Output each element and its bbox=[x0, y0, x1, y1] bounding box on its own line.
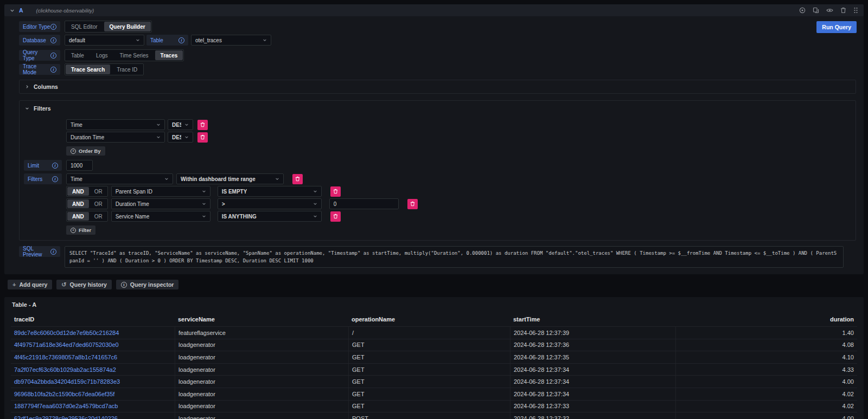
column-header-duration[interactable]: duration bbox=[675, 316, 857, 323]
info-icon[interactable] bbox=[52, 176, 58, 182]
chevron-down-icon bbox=[275, 177, 279, 181]
duration-cell: 4.00 bbox=[675, 376, 857, 388]
add-order-by-button[interactable]: Order By bbox=[66, 146, 105, 156]
remove-order-by-trash-icon[interactable] bbox=[197, 120, 208, 130]
table-row: 96968b10fa2b2c1590bc67dea06ef35f loadgen… bbox=[11, 388, 857, 400]
start-time-cell: 2024-06-28 12:37:34 bbox=[510, 376, 675, 388]
filter-field-select[interactable]: Duration Time bbox=[111, 198, 210, 209]
filters-section-header[interactable]: Filters bbox=[24, 101, 851, 116]
trace-id-link[interactable]: db9704a2bbda34204d159c71b78283e3 bbox=[14, 378, 120, 385]
table-panel: Table - A traceID serviceName operationN… bbox=[4, 297, 864, 419]
remove-order-by-trash-icon[interactable] bbox=[197, 132, 208, 143]
collapse-chevron-icon[interactable] bbox=[10, 8, 15, 13]
query-row-header[interactable]: A (clickhouse-observability) bbox=[4, 4, 864, 16]
tab-table[interactable]: Table bbox=[65, 50, 90, 61]
tab-query-builder[interactable]: Query Builder bbox=[104, 22, 151, 31]
query-editor-panel: A (clickhouse-observability) Run Query E bbox=[4, 4, 864, 274]
column-header-traceid[interactable]: traceID bbox=[11, 316, 175, 323]
tab-trace-search[interactable]: Trace Search bbox=[66, 65, 110, 74]
trace-id-link[interactable]: 62df1ec9a29728c9e29536c20d140226 bbox=[14, 415, 118, 419]
chevron-down-icon bbox=[136, 38, 140, 42]
filter-operator-select[interactable]: > bbox=[218, 198, 322, 209]
remove-filter-trash-icon[interactable] bbox=[407, 199, 418, 209]
service-name-cell: loadgenerator bbox=[175, 412, 348, 419]
remove-filter-trash-icon[interactable] bbox=[330, 186, 341, 197]
info-icon[interactable] bbox=[50, 37, 56, 43]
trace-id-link[interactable]: 4f45c21918c73698057a8b1c741657c6 bbox=[14, 354, 117, 360]
and-or-toggle: AND OR bbox=[66, 211, 108, 222]
and-option[interactable]: AND bbox=[67, 187, 89, 196]
trace-mode-label: Trace Mode bbox=[19, 64, 60, 75]
drag-handle-icon[interactable] bbox=[853, 7, 858, 14]
query-history-button[interactable]: ↺ Query history bbox=[56, 280, 112, 289]
filter-value-input[interactable] bbox=[329, 198, 399, 209]
order-by-direction-select[interactable]: DESC bbox=[168, 119, 193, 130]
database-select[interactable]: default bbox=[65, 35, 144, 46]
chevron-down-icon bbox=[313, 189, 317, 194]
column-header-operationname[interactable]: operationName bbox=[348, 316, 510, 323]
run-query-button[interactable]: Run Query bbox=[816, 21, 857, 33]
hide-query-eye-icon[interactable] bbox=[826, 7, 833, 14]
trace-mode-row: Trace Mode Trace Search Trace ID bbox=[14, 63, 856, 75]
tab-time-series[interactable]: Time Series bbox=[114, 50, 155, 61]
trace-id-link[interactable]: 96968b10fa2b2c1590bc67dea06ef35f bbox=[14, 391, 114, 397]
query-inspector-button[interactable]: Query inspector bbox=[116, 280, 179, 289]
tab-logs[interactable]: Logs bbox=[90, 50, 114, 61]
info-icon[interactable] bbox=[50, 249, 56, 255]
filter-operator-select[interactable]: IS ANYTHING bbox=[218, 211, 322, 222]
tab-trace-id[interactable]: Trace ID bbox=[111, 64, 143, 75]
query-type-toggle: Table Logs Time Series Traces bbox=[65, 49, 184, 61]
table-row: 1887794f7eaa6037d0e2a4579bcd7acb loadgen… bbox=[11, 400, 857, 412]
remove-filter-trash-icon[interactable] bbox=[330, 211, 341, 222]
or-option[interactable]: OR bbox=[90, 186, 107, 196]
chevron-down-icon bbox=[184, 135, 189, 139]
duration-cell: 4.02 bbox=[675, 401, 857, 412]
time-filter-row: Filters Time Within dashboard time range bbox=[24, 173, 851, 184]
info-icon[interactable] bbox=[50, 53, 56, 59]
order-by-direction-select[interactable]: DESC bbox=[168, 132, 193, 143]
columns-section-header[interactable]: Columns bbox=[24, 80, 851, 93]
tab-traces[interactable]: Traces bbox=[155, 50, 183, 60]
columns-section: Columns bbox=[19, 80, 856, 94]
or-option[interactable]: OR bbox=[90, 211, 107, 221]
add-query-button[interactable]: + Add query bbox=[8, 280, 52, 289]
info-icon[interactable] bbox=[50, 67, 56, 73]
order-by-field-select[interactable]: Duration Time bbox=[66, 132, 165, 143]
chevron-down-icon bbox=[184, 123, 189, 127]
trace-id-link[interactable]: 1887794f7eaa6037d0e2a4579bcd7acb bbox=[14, 403, 118, 409]
circled-plus-icon bbox=[71, 228, 76, 233]
column-header-starttime[interactable]: startTime bbox=[510, 316, 675, 323]
help-icon[interactable] bbox=[799, 7, 806, 14]
filter-field-select[interactable]: Service Name bbox=[111, 211, 210, 222]
remove-time-filter-trash-icon[interactable] bbox=[292, 174, 303, 184]
duplicate-query-icon[interactable] bbox=[813, 7, 819, 14]
start-time-cell: 2024-06-28 12:37:35 bbox=[510, 351, 675, 363]
time-filter-field-select[interactable]: Time bbox=[66, 173, 173, 184]
plus-icon: + bbox=[12, 281, 16, 288]
operation-name-cell: GET bbox=[348, 339, 510, 351]
and-option[interactable]: AND bbox=[67, 212, 89, 221]
time-filter-operator-select[interactable]: Within dashboard time range bbox=[176, 173, 284, 184]
filter-field-select[interactable]: Parent Span ID bbox=[111, 186, 210, 197]
chevron-down-icon bbox=[164, 177, 169, 181]
order-by-field-select[interactable]: Time bbox=[66, 119, 165, 130]
or-option[interactable]: OR bbox=[90, 199, 107, 209]
info-icon[interactable] bbox=[52, 163, 58, 169]
column-header-servicename[interactable]: serviceName bbox=[175, 316, 348, 323]
info-icon[interactable] bbox=[50, 24, 56, 30]
trace-id-link[interactable]: 7a2f07ecf63c60b1029ab2ac155874a2 bbox=[14, 366, 116, 373]
order-by-rows: Time DESC bbox=[24, 119, 851, 143]
trace-id-link[interactable]: 4f497571a618e364ed7ded60752030e0 bbox=[14, 341, 119, 348]
table-select[interactable]: otel_traces bbox=[191, 35, 271, 46]
limit-row: Limit bbox=[24, 160, 851, 171]
add-filter-button[interactable]: Filter bbox=[66, 225, 95, 235]
and-option[interactable]: AND bbox=[67, 199, 89, 208]
info-icon[interactable] bbox=[178, 37, 184, 43]
query-footer-toolbar: + Add query ↺ Query history Query inspec… bbox=[8, 280, 868, 289]
trace-id-link[interactable]: 89dc7e8c6060c0d12de7e9b50c216284 bbox=[14, 330, 119, 336]
filter-operator-select[interactable]: IS EMPTY bbox=[218, 186, 322, 197]
tab-sql-editor[interactable]: SQL Editor bbox=[65, 21, 104, 32]
remove-query-trash-icon[interactable] bbox=[840, 7, 846, 14]
limit-input[interactable] bbox=[66, 160, 93, 171]
filters-label: Filters bbox=[24, 173, 62, 184]
